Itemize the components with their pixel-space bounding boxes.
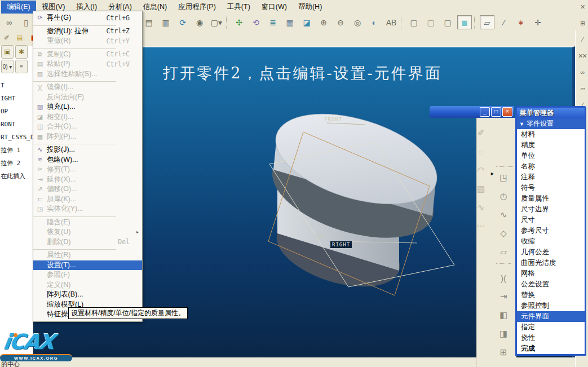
find-icon[interactable]: ◉ xyxy=(192,15,207,29)
mm-units[interactable]: 单位 xyxy=(517,151,585,161)
chain-tool-icon[interactable]: ∞ xyxy=(577,67,588,77)
mm-interchange[interactable]: 替换 xyxy=(517,290,585,300)
mm-mass-props[interactable]: 质量属性 xyxy=(517,193,585,204)
zoom-out-icon[interactable]: ⊖ xyxy=(333,15,348,29)
palette-tool-icon[interactable]: ▨ xyxy=(476,182,488,196)
revolve-icon[interactable]: ◴ xyxy=(496,189,511,204)
mm-geom-tol[interactable]: 几何公差 xyxy=(517,247,585,258)
definition[interactable]: 定义(N) xyxy=(33,280,142,290)
tree-settings-button[interactable]: ≡ xyxy=(15,60,28,73)
spin-center-icon[interactable]: ✣ xyxy=(232,15,246,29)
merge[interactable]: ◫ 合并(G)... xyxy=(33,122,142,132)
new-file-icon[interactable]: ▯ xyxy=(19,15,33,29)
datum-label-right[interactable]: RIGHT xyxy=(330,241,352,248)
mm-dimension[interactable]: 尺寸 xyxy=(517,215,585,225)
mm-accuracy[interactable]: 精度 xyxy=(517,140,585,151)
resume[interactable]: 恢复(U) ▸ xyxy=(33,227,142,237)
sweep-icon[interactable]: ∿ xyxy=(496,207,511,222)
model-tree-item[interactable]: RONT xyxy=(0,118,33,131)
layers-icon[interactable]: ≣ xyxy=(266,15,280,29)
menu-help[interactable]: 帮助(H) xyxy=(293,1,328,14)
dots-tool-icon[interactable]: ⋯ xyxy=(476,219,488,233)
mirror[interactable]: )( 镜像(I)... xyxy=(33,82,142,92)
mm-tol-setup[interactable]: 公差设置 xyxy=(517,279,585,290)
merge-feature-icon[interactable]: ◨ xyxy=(496,326,511,341)
menu-applications[interactable]: 应用程序(P) xyxy=(173,1,222,14)
datum-label-top[interactable]: TOP xyxy=(315,234,325,240)
sketch-tool-icon[interactable]: ✐ xyxy=(476,126,488,140)
new-folder-button[interactable]: ✱ xyxy=(15,45,28,59)
menu-window[interactable]: 窗口(W) xyxy=(256,1,293,14)
point-tool-icon[interactable]: ✕✕ xyxy=(577,51,588,61)
mm-surf-finish[interactable]: 曲面光洁度 xyxy=(517,258,585,268)
close-button[interactable]: × xyxy=(502,107,512,117)
datum-csys-toggle[interactable]: ✛ xyxy=(530,15,545,29)
model-tree-item[interactable]: 拉伸 1 xyxy=(0,144,33,157)
model-tree-item[interactable]: T xyxy=(0,79,33,92)
model-tree-item[interactable]: 拉伸 2 xyxy=(0,157,33,170)
paste-icon[interactable]: ▤ xyxy=(142,15,156,29)
minimize-button[interactable]: _ xyxy=(480,107,490,117)
refit-icon[interactable]: ◎ xyxy=(350,15,365,29)
mm-ref-control[interactable]: 参照控制 xyxy=(517,300,585,311)
plane-tool-icon[interactable]: ▱ xyxy=(577,83,588,94)
delete[interactable]: 删除(D) Del xyxy=(33,237,142,247)
wave-tool-icon[interactable]: ∿ xyxy=(476,200,488,215)
mm-name[interactable]: 名称 xyxy=(517,161,585,172)
feature-tool[interactable] xyxy=(496,263,511,266)
mm-notes[interactable]: 注释 xyxy=(517,172,585,183)
blend-icon[interactable]: ◇ xyxy=(496,226,511,241)
model-tree-item[interactable]: RT_CSYS_DE xyxy=(0,131,33,144)
maximize-button[interactable]: □ xyxy=(491,107,501,117)
wrap[interactable]: ≋ 包络(W)... xyxy=(33,155,142,165)
wrap-feature-icon[interactable]: ◰ xyxy=(496,364,511,367)
boundary-icon[interactable]: ▱ xyxy=(496,245,511,259)
fill[interactable]: ▨ 填充(L)... xyxy=(33,102,142,112)
shaded-icon[interactable]: ◼ xyxy=(457,15,472,29)
extend-feature-icon[interactable]: ⇥ xyxy=(496,289,511,304)
view-orient-icon[interactable]: ◐ xyxy=(367,15,382,29)
model-tree-item[interactable]: 在此插入 xyxy=(0,170,33,183)
extend[interactable]: ⇥ 延伸(X)... xyxy=(33,175,142,185)
toolbar-button[interactable] xyxy=(401,16,404,29)
folder-stack-icon[interactable]: ▤ xyxy=(14,32,25,44)
datum-plane-toggle[interactable]: ▱ xyxy=(480,15,494,29)
mm-flexibility[interactable]: 挠性 xyxy=(517,333,585,343)
link-icon[interactable]: ∞ xyxy=(2,15,16,29)
solidify[interactable]: ◳ 实体化(Y)... xyxy=(33,204,142,214)
mm-material[interactable]: 材料 xyxy=(517,129,585,140)
mm-done[interactable]: 完成 xyxy=(517,343,585,354)
intersect[interactable]: ◪ 相交(I)... xyxy=(33,112,142,122)
suppress[interactable]: 隐含(E) xyxy=(33,218,142,228)
paste-special[interactable]: ▥ 选择性粘贴(S)... xyxy=(33,69,142,79)
pattern-table[interactable]: 阵列表(B)... xyxy=(33,290,142,300)
offset[interactable]: ⇗ 偏移(O)... xyxy=(33,184,142,194)
pattern-feature-icon[interactable]: ⊞ xyxy=(496,345,511,360)
regenerate[interactable]: ⟳ 再生(G) Ctrl+G xyxy=(33,13,142,23)
axis-tool-icon[interactable]: ⁄ xyxy=(577,34,588,45)
paste[interactable]: ▤ 粘贴(P) Ctrl+V xyxy=(33,59,142,69)
sketch-view-icon[interactable]: ◪ xyxy=(299,15,314,29)
no-hidden-icon[interactable]: ▢ xyxy=(440,15,455,29)
reverse-normal[interactable]: 反向法向(F) xyxy=(33,92,142,103)
hidden-line-icon[interactable]: ▢ xyxy=(423,15,438,29)
copy[interactable]: ⧉ 复制(C) Ctrl+C xyxy=(33,50,142,60)
project[interactable]: ∿ 投影(J)... xyxy=(33,145,142,155)
flyout-arrow-icon[interactable]: ► xyxy=(490,171,495,176)
model-tree-item[interactable]: OP xyxy=(0,105,33,118)
menu-info[interactable]: 信息(N) xyxy=(138,1,173,14)
mm-dim-bound[interactable]: 尺寸边界 xyxy=(517,204,585,215)
model-tree-icon[interactable]: ▦ xyxy=(282,15,297,29)
menu-manager-section[interactable]: ▼零件设置 xyxy=(517,118,585,129)
wireframe-icon[interactable]: ▢ xyxy=(406,15,421,29)
datum-axis-toggle[interactable]: ⁄ xyxy=(497,15,511,29)
mm-ref-dim[interactable]: 参考尺寸 xyxy=(517,225,585,236)
paste-special-icon[interactable]: ▥ xyxy=(158,15,173,29)
orient-icon[interactable]: ⟲ xyxy=(249,15,263,29)
zoom-in-icon[interactable]: ⊕ xyxy=(316,15,331,29)
select-filter-icon[interactable]: ▢▾ xyxy=(209,15,224,29)
mm-shrinkage[interactable]: 收缩 xyxy=(517,236,585,247)
toolbar-button[interactable] xyxy=(474,16,478,29)
datum-label-front[interactable]: FRONT xyxy=(324,117,342,122)
mm-grid[interactable]: 网格 xyxy=(517,268,585,279)
